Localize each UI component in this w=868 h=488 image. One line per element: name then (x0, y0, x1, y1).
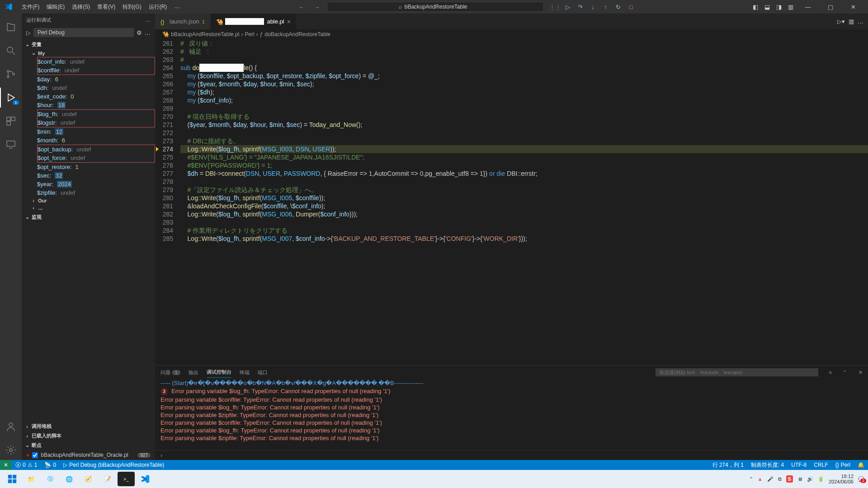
indentation[interactable]: 制表符长度: 4 (747, 461, 788, 469)
editor-tab[interactable]: 🐪xable.pl× (211, 14, 297, 29)
menu-item[interactable]: 文件(F) (18, 2, 43, 12)
variable-row[interactable]: $hour: 18 (37, 101, 155, 109)
tab-ports[interactable]: 端口 (258, 367, 268, 378)
split-editor-icon[interactable]: ▥ (849, 18, 854, 25)
explorer-icon[interactable] (0, 17, 22, 37)
scope-hidden[interactable]: ›… (22, 204, 155, 211)
menu-item[interactable]: 运行(R) (145, 2, 171, 12)
microphone-icon[interactable]: 🎤 (767, 476, 774, 482)
code-line[interactable] (180, 218, 868, 226)
restart-icon[interactable]: ↻ (613, 2, 624, 12)
terminal-icon[interactable]: >_ (118, 472, 135, 486)
menu-item[interactable]: 编辑(E) (43, 2, 68, 12)
code-line[interactable] (180, 129, 868, 137)
breadcrumb[interactable]: 🐪 bBackupAndRestoreTable.pl› Perl› ƒ doB… (155, 29, 868, 39)
code-line[interactable]: ($year, $month, $day, $hour, $min, $sec)… (180, 121, 868, 129)
variable-row[interactable]: $logstr: undef (37, 118, 155, 127)
code-line[interactable]: my ($conffile, $opt_backup, $opt_restore… (180, 72, 868, 80)
code-editor[interactable]: 2612622632642652662672682692702712722732… (155, 39, 868, 365)
variable-row[interactable]: $year: 2024 (37, 180, 155, 188)
code-line[interactable]: # 戻り値 : (180, 39, 868, 47)
panel-maximize-icon[interactable]: ⌃ (843, 370, 847, 375)
language-mode[interactable]: {} Perl (832, 462, 854, 468)
variable-row[interactable]: $conf_info: undef (37, 57, 155, 66)
tray-icon[interactable]: 🖥 (797, 476, 802, 482)
code-line[interactable]: # 現在日時を取得する (180, 113, 868, 121)
code-line[interactable]: Log::Write($log_fh, sprintf(MSG_I007, $c… (180, 235, 868, 243)
skype-icon[interactable]: Ⓢ (42, 472, 59, 486)
section-breakpoints[interactable]: ⌄断点 (22, 441, 155, 450)
notifications-tray-icon[interactable]: 💬 (858, 476, 864, 482)
eol[interactable]: CRLF (810, 462, 831, 468)
variable-row[interactable]: $conffile: undef (37, 66, 155, 75)
close-tab-icon[interactable]: × (287, 18, 291, 25)
settings-gear-icon[interactable] (0, 440, 22, 460)
tray-icon[interactable]: ⧉ (778, 476, 782, 482)
run-icon[interactable]: ▷▾ (837, 18, 845, 25)
section-callstack[interactable]: ›调用堆栈 (22, 422, 155, 431)
variable-row[interactable]: $exit_code: 0 (37, 92, 155, 101)
section-loaded[interactable]: ›已载入的脚本 (22, 431, 155, 441)
ellipsis-icon[interactable]: … (145, 29, 151, 36)
code-line[interactable]: # DBに接続する。 (180, 137, 868, 145)
code-line[interactable]: #$ENV{'PGPASSWORD'} = 1; (180, 161, 868, 169)
more-actions-icon[interactable]: … (858, 18, 863, 25)
console-filter-input[interactable] (656, 368, 818, 376)
step-into-icon[interactable]: ↓ (587, 2, 599, 12)
variable-row[interactable]: $sec: 32 (37, 171, 155, 180)
clock[interactable]: 18:122024/06/06 (829, 474, 854, 484)
remote-icon[interactable] (0, 135, 22, 155)
code-line[interactable]: #$ENV{'NLS_LANG'} = "JAPANESE_JAPAN.JA16… (180, 153, 868, 161)
run-debug-icon[interactable]: 1 (0, 88, 22, 108)
code-line[interactable]: &loadAndCheckConfigFile($conffile, \$con… (180, 202, 868, 210)
code-line[interactable]: my ($year, $month, $day, $hour, $min, $s… (180, 80, 868, 88)
command-center[interactable]: ⌕ bBackupAndRestoreTable (327, 2, 544, 12)
encoding[interactable]: UTF-8 (788, 462, 810, 468)
variable-row[interactable]: $min: 12 (37, 127, 155, 136)
step-out-icon[interactable]: ↑ (600, 2, 612, 12)
breakpoint-file[interactable]: bBackupAndRestoreTable_Oracle.pl (41, 452, 135, 458)
panel-close-icon[interactable]: ✕ (859, 370, 863, 375)
vscode-taskbar-icon[interactable] (137, 472, 154, 486)
tray-chevron-icon[interactable]: ⌃ (749, 476, 753, 482)
section-variables[interactable]: ⌄变量 (22, 40, 155, 49)
tab-debug-console[interactable]: 调试控制台 (207, 367, 231, 378)
file-explorer-icon[interactable]: 📁 (23, 472, 40, 486)
clear-console-icon[interactable]: ≡ (829, 370, 832, 375)
nav-back-icon[interactable]: ← (296, 1, 307, 12)
ports-status[interactable]: 📡 0 (41, 462, 60, 468)
window-close-icon[interactable]: ✕ (843, 0, 863, 14)
accounts-icon[interactable] (0, 417, 22, 436)
app-icon[interactable]: 🧭 (80, 472, 97, 486)
menu-item[interactable]: 查看(V) (94, 2, 119, 12)
layout-customize-icon[interactable]: ▥ (786, 2, 796, 12)
remote-indicator[interactable]: ✕ (0, 460, 12, 470)
more-icon[interactable]: … (146, 17, 151, 23)
code-line[interactable]: # 作業用ディレクトリをクリアする (180, 226, 868, 235)
notifications-icon[interactable]: 🔔 (854, 462, 868, 468)
variable-row[interactable]: $opt_restore: 1 (37, 163, 155, 171)
tray-icon[interactable]: ▲ (758, 476, 763, 482)
continue-icon[interactable]: ▷ (562, 2, 574, 12)
search-sidebar-icon[interactable] (0, 41, 22, 61)
code-line[interactable]: #「設定ファイル読込み＆チェック処理」へ。 (180, 186, 868, 194)
variable-row[interactable]: $day: 6 (37, 75, 155, 84)
code-line[interactable]: Log::Write($log_fh, sprintf(MSG_I003, DS… (180, 145, 868, 153)
battery-icon[interactable]: 🔋 (818, 476, 824, 482)
code-line[interactable]: $dh = DBI->connect(DSN, USER, PASSWORD, … (180, 169, 868, 178)
code-line[interactable] (180, 104, 868, 113)
variable-row[interactable]: $month: 6 (37, 136, 155, 145)
layout-left-icon[interactable]: ◧ (750, 2, 760, 12)
code-line[interactable]: # (180, 56, 868, 64)
code-line[interactable]: Log::Write($log_fh, sprintf(MSG_I005, $c… (180, 194, 868, 202)
ime-icon[interactable]: S (786, 475, 793, 483)
variable-row[interactable]: $zipfile: undef (37, 188, 155, 197)
gear-icon[interactable]: ⚙ (137, 29, 142, 36)
variable-row[interactable]: $opt_backup: undef (37, 145, 155, 154)
menu-item[interactable]: 转到(G) (119, 2, 145, 12)
console-input[interactable]: › (155, 450, 868, 460)
start-debug-icon[interactable]: ▷ (26, 29, 31, 36)
debug-config-select[interactable]: Perl Debug (33, 28, 134, 37)
step-over-icon[interactable]: ↷ (575, 2, 586, 12)
editor-tab[interactable]: {}launch.json1 (155, 14, 211, 29)
